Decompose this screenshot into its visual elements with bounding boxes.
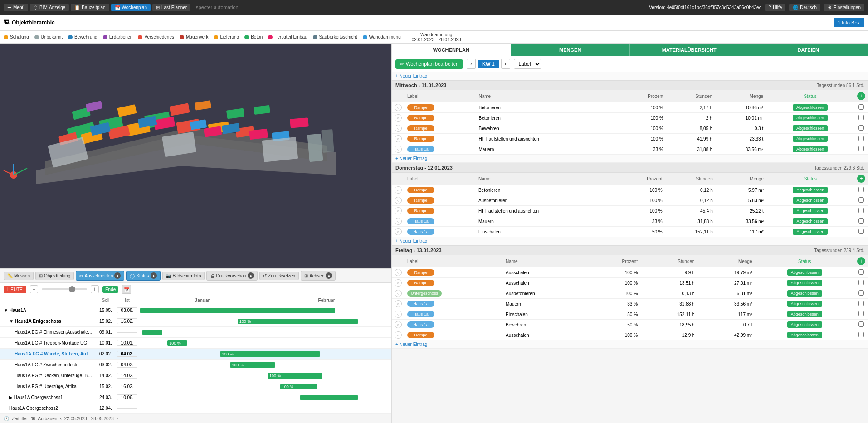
gantt-row[interactable]: Haus1A EG # Treppen-Montage UG 10.01. 10… [0, 338, 391, 349]
add-col-button[interactable]: + [857, 175, 865, 183]
row-checkbox[interactable] [858, 280, 864, 285]
row-label[interactable]: ▼ Haus1A Erdgeschoss [4, 319, 94, 324]
status-button[interactable]: Abgeschlossen [793, 125, 828, 131]
status-button[interactable]: Abgeschlossen [793, 104, 828, 111]
table-row[interactable]: ○ Rampe Ausschalen 100 % 13,51 h 27.01 m… [392, 278, 868, 288]
status-button[interactable]: Abgeschlossen [787, 290, 822, 297]
end-button[interactable]: Ende [102, 286, 118, 293]
kw-next-button[interactable]: › [501, 59, 510, 69]
table-row[interactable]: ○ Haus 1a Mauern 33 % 31,88 h 33.56 m² A… [392, 144, 868, 155]
table-row[interactable]: ○ Rampe Betonieren 100 % 2 h 10.01 m³ Ab… [392, 113, 868, 123]
row-circle-button[interactable]: ○ [395, 114, 402, 122]
row-circle-button[interactable]: ○ [395, 207, 402, 214]
bim-anzeige-button[interactable]: ⬡ BIM-Anzeige [30, 4, 69, 11]
info-box-button[interactable]: ℹ Info Box [834, 18, 864, 27]
zuruecksetzen-button[interactable]: ↺ Zurücksetzen [259, 272, 299, 280]
zoom-slider[interactable] [42, 288, 87, 290]
row-checkbox[interactable] [858, 104, 864, 110]
row-label[interactable]: Haus1A EG # Einmessen,Ausschalen,Gerüst [4, 330, 94, 335]
row-circle-button[interactable]: ○ [395, 311, 402, 318]
hilfe-button[interactable]: ? Hilfe [765, 4, 786, 11]
neuer-eintrag-top[interactable]: + Neuer Eintrag [392, 72, 868, 80]
table-row[interactable]: ○ Haus 1a Einschalen 50 % 152,11 h 117 m… [392, 227, 868, 237]
druckvorschau-button[interactable]: 🖨 Druckvorschau ● [206, 271, 258, 281]
status-button[interactable]: Abgeschlossen [793, 136, 828, 142]
table-row[interactable]: ○ Rampe Betonieren 100 % 0,12 h 5.97 m² … [392, 185, 868, 195]
table-row[interactable]: ○ Haus 1a Bewehren 50 % 18,95 h 0.7 t Ab… [392, 320, 868, 330]
row-circle-button[interactable]: ○ [395, 269, 402, 276]
row-checkbox[interactable] [858, 332, 864, 337]
gantt-row[interactable]: Haus1A EG # Einmessen,Ausschalen,Gerüst … [0, 327, 391, 338]
status-button[interactable]: Abgeschlossen [793, 115, 828, 121]
label-select[interactable]: Label [514, 59, 541, 69]
next-date-button[interactable]: › [117, 416, 118, 421]
tab-dateien[interactable]: DATEIEN [749, 44, 868, 56]
row-checkbox[interactable] [858, 125, 864, 131]
status-button[interactable]: Abgeschlossen [787, 280, 822, 286]
status-button[interactable]: Abgeschlossen [793, 146, 828, 152]
status-button[interactable]: Abgeschlossen [793, 229, 828, 235]
row-checkbox[interactable] [858, 115, 864, 120]
status-button[interactable]: Abgeschlossen [787, 269, 822, 276]
table-row[interactable]: ○ Rampe Ausschalen 100 % 12,9 h 42.99 m²… [392, 330, 868, 340]
wochenplan-button[interactable]: 📅 Wochenplan [111, 4, 151, 11]
viewer-area[interactable] [0, 44, 391, 268]
row-circle-button[interactable]: ○ [395, 300, 402, 307]
row-label[interactable]: ▶ Haus1A Obergeschoss1 [4, 395, 94, 400]
tab-wochenplan[interactable]: WOCHENPLAN [392, 44, 511, 56]
objektteilung-button[interactable]: ⊞ Objektteilung [35, 272, 74, 280]
row-circle-button[interactable]: ○ [395, 186, 402, 194]
row-label[interactable]: Haus1A Obergeschoss2 [4, 406, 94, 411]
row-circle-button[interactable]: ○ [395, 290, 402, 297]
aufbauen-label[interactable]: Aufbauen [38, 416, 58, 421]
gantt-row[interactable]: Haus1A EG # Zwischenpodeste 03.02. 04.02… [0, 360, 391, 370]
table-row[interactable]: ○ Rampe HFT aufstellen und ausrichten 10… [392, 206, 868, 216]
last-planner-button[interactable]: ⊞ Last Planner [152, 4, 190, 11]
neuer-eintrag-freitag[interactable]: + Neuer Eintrag [392, 340, 868, 349]
row-checkbox[interactable] [858, 311, 864, 316]
plus-button[interactable]: + [91, 285, 99, 293]
einstellungen-button[interactable]: ⚙ Einstellungen [824, 4, 864, 11]
edit-wochenplan-button[interactable]: ✏ Wochenplan bearbeiten [395, 59, 463, 69]
add-col-button[interactable]: + [857, 92, 865, 100]
table-row[interactable]: ○ Rampe Bewehren 100 % 8,05 h 0.3 t Abge… [392, 123, 868, 134]
gantt-row[interactable]: ▶ Haus1A Obergeschoss1 24.03. 10.06. [0, 392, 391, 403]
bauzeitplan-button[interactable]: 📋 Bauzeitplan [71, 4, 109, 11]
kw-prev-button[interactable]: ‹ [467, 59, 476, 69]
row-circle-button[interactable]: ○ [395, 331, 402, 339]
tab-materialuebersicht[interactable]: MATERIALÜBERSICHT [630, 44, 749, 56]
status-button[interactable]: Abgeschlossen [787, 301, 822, 307]
status-button[interactable]: Abgeschlossen [793, 208, 828, 214]
table-row[interactable]: ○ Haus 1a Mauern 33 % 31,88 h 33.56 m² A… [392, 299, 868, 309]
status-button[interactable]: Abgeschlossen [793, 197, 828, 204]
gantt-row[interactable]: Haus1A EG # Decken, Unterzüge, Balkone 1… [0, 370, 391, 381]
calendar-toggle-button[interactable]: 📅 [122, 285, 131, 294]
table-row[interactable]: ○ Haus 1a Mauern 33 % 31,88 h 33.56 m² A… [392, 216, 868, 227]
status-button[interactable]: Abgeschlossen [787, 321, 822, 328]
ausschneiden-button[interactable]: ✂ Ausschneiden ● [76, 271, 124, 281]
row-checkbox[interactable] [858, 269, 864, 275]
messen-button[interactable]: 📏 Messen [4, 272, 34, 280]
today-button[interactable]: HEUTE [4, 286, 26, 293]
minus-button[interactable]: - [30, 285, 38, 293]
row-checkbox[interactable] [858, 197, 864, 203]
row-circle-button[interactable]: ○ [395, 135, 402, 142]
table-row[interactable]: ○ Rampe Ausbetonieren 100 % 0,12 h 5.83 … [392, 195, 868, 206]
row-checkbox[interactable] [858, 218, 864, 224]
row-circle-button[interactable]: ○ [395, 321, 402, 328]
row-checkbox[interactable] [858, 136, 864, 141]
zeitfilter-label[interactable]: Zeitfilter [12, 416, 28, 421]
table-row[interactable]: ○ Rampe HFT aufstellen und ausrichten 10… [392, 134, 868, 144]
menu-button[interactable]: ☰ Menü [4, 4, 28, 11]
row-label[interactable]: Haus1A EG # Decken, Unterzüge, Balkone [4, 373, 94, 378]
status-button[interactable]: ◯ Status ● [126, 271, 160, 281]
row-checkbox[interactable] [858, 321, 864, 327]
gantt-row[interactable]: ▼ Haus1A 15.05. 03.08. [0, 305, 391, 316]
row-circle-button[interactable]: ○ [395, 228, 402, 235]
gantt-row[interactable]: Haus1A Obergeschoss2 12.04. [0, 403, 391, 414]
row-checkbox[interactable] [858, 208, 864, 213]
row-checkbox[interactable] [858, 301, 864, 306]
row-circle-button[interactable]: ○ [395, 218, 402, 225]
table-row[interactable]: ○ Untergeschoss Ausbetonieren 100 % 0,13… [392, 288, 868, 299]
row-circle-button[interactable]: ○ [395, 146, 402, 153]
